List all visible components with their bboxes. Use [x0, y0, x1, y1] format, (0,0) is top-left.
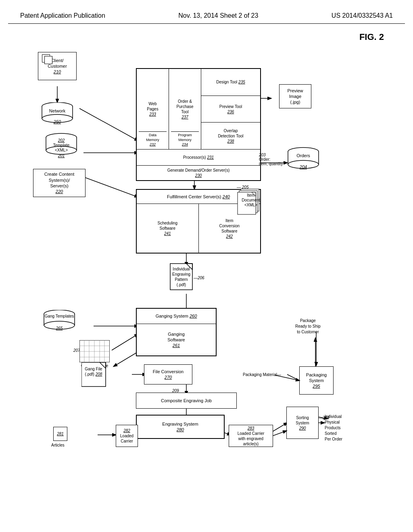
individual-physical-label: IndividualPhysicalProductsSortedPer Orde…: [325, 414, 342, 442]
loaded-carrier-label: LoadedCarrier: [120, 433, 133, 444]
file-conversion-ref: 270: [165, 374, 172, 380]
template-cylinder: 202Template<XML> 201: [45, 133, 77, 158]
engraving-system-box: Engraving System 280: [136, 415, 225, 439]
web-pages-label: WebPages: [147, 101, 158, 112]
template-ref: 201: [45, 154, 77, 158]
svg-rect-52: [79, 340, 110, 362]
gang-templates-ref: 265: [43, 326, 75, 330]
gang-templates-cylinder: Gang Templates 265: [43, 310, 75, 334]
scheduling-sw-label: SchedulingSoftware: [158, 220, 177, 231]
design-tool-label: Design Tool 235: [216, 79, 245, 85]
item-document-ref: — 205: [237, 185, 248, 189]
articles-ref-label: 281: [57, 431, 64, 436]
web-pages-ref: 233: [149, 112, 156, 117]
engraving-system-ref: 280: [177, 427, 184, 432]
orders-label: Orders: [287, 153, 319, 158]
main-server-box: WebPages 233 DataMemory 232 Order &Purch…: [136, 68, 261, 181]
generate-demand-box: Generate Demand/Order Server(s) 230: [137, 166, 260, 180]
composite-job-box: Composite Engraving Job: [136, 393, 237, 409]
gang-file-box: Gang File(.pdf) 208: [81, 362, 112, 390]
sorting-system-box: SortingSystem 290: [286, 407, 319, 439]
header-center: Nov. 13, 2014 Sheet 2 of 23: [178, 12, 258, 19]
loaded-carrier-box: 282 LoadedCarrier: [116, 425, 138, 447]
gang-template-grid: Gang Template: [79, 340, 110, 364]
program-memory-ref: 234: [171, 142, 199, 147]
data-memory-ref: 232: [139, 142, 167, 147]
client-icon2: [44, 56, 52, 64]
orders-ref: 204: [287, 164, 319, 169]
sorting-system-ref: 290: [299, 426, 306, 431]
individual-engraving-box: IndividualEngravingPattern(.pdf) —206: [168, 262, 204, 293]
individual-engraving-ref: —206: [194, 276, 204, 280]
packaging-system-box: PackagingSystem 295: [299, 366, 334, 395]
header-left: Patent Application Publication: [20, 12, 105, 19]
individual-engraving-label: IndividualEngravingPattern(.pdf): [170, 266, 192, 287]
template-label: 202Template<XML>: [45, 138, 77, 153]
conversion-sw-label: ItemConversionSoftware: [219, 218, 240, 234]
design-tool-box: Design Tool 235: [201, 69, 260, 96]
create-content-box: Create ContentSystem(s)/Server(s) 220: [33, 169, 86, 197]
overlap-detection-ref: 238: [227, 139, 234, 144]
composite-job-label: Composite Engraving Job: [161, 398, 212, 403]
loaded-carrier-ref: 282: [123, 428, 130, 433]
package-ready-label: PackageReady to Shipto Customer: [295, 318, 321, 335]
generate-demand-label: Generate Demand/Order Server(s): [167, 168, 230, 173]
order-purchase-label: Order &PurchaseTool: [176, 99, 193, 114]
packaging-system-ref: 295: [313, 383, 320, 389]
gang-templates-label: Gang Templates: [43, 314, 75, 318]
loaded-carrier2-ref: 283: [248, 426, 254, 431]
ganging-system-box: Ganging System 260 GangingSoftware 261: [136, 308, 217, 356]
svg-line-6: [83, 177, 138, 197]
order-label: 203 Order:item, quantity: [259, 153, 283, 166]
page-header: Patent Application Publication Nov. 13, …: [8, 8, 405, 24]
conversion-sw-ref: 242: [226, 234, 233, 239]
client-ref: 210: [54, 69, 61, 75]
program-memory-label: ProgramMemory: [171, 132, 199, 142]
processors-box: Processor(s) 231: [137, 150, 260, 166]
svg-line-65: [273, 431, 286, 436]
svg-line-1: [79, 108, 138, 141]
data-memory-label: DataMemory: [139, 132, 167, 142]
ganging-sw-ref: 261: [173, 343, 180, 348]
loaded-carrier2-box: 283 Loaded Carrierwith engraved article(…: [229, 425, 273, 447]
create-content-ref: 220: [56, 189, 63, 194]
ganging-sw-label: GangingSoftware: [167, 331, 185, 343]
generate-demand-ref: 230: [195, 173, 202, 178]
ganging-system-label: Ganging System 260: [156, 313, 197, 319]
preview-tool-box: Preview Tool 236: [201, 96, 260, 123]
web-pages-box: WebPages 233 DataMemory 232: [137, 69, 169, 149]
scheduling-sw-ref: 241: [164, 231, 171, 236]
network-ref: 250: [41, 119, 73, 124]
articles-box: 281: [53, 427, 67, 441]
order-purchase-box: Order &PurchaseTool 237 ProgramMemory 23…: [169, 69, 201, 149]
page: Patent Application Publication Nov. 13, …: [0, 0, 413, 532]
orders-cylinder: Orders 204: [287, 147, 319, 172]
ganging-sw-box: GangingSoftware 261: [137, 324, 216, 355]
item-document-stack: ItemDocument<XML> — 205: [237, 187, 265, 217]
preview-tool-ref: 236: [227, 109, 234, 114]
overlap-detection-box: OverlapDetection Tool 238: [201, 123, 260, 149]
network-label: Network: [41, 108, 73, 113]
scheduling-sw-box: SchedulingSoftware 241: [137, 204, 199, 253]
packaging-system-label: PackagingSystem: [306, 372, 327, 384]
fulfillment-label: Fulfillment Center Server(s) 240: [167, 194, 230, 200]
engraving-system-label: Engraving System: [162, 421, 198, 427]
svg-line-13: [112, 334, 138, 350]
network-cylinder: Network 250: [41, 102, 73, 126]
preview-image-label: PreviewImage(.jpg): [287, 88, 303, 105]
ganging-system-header: Ganging System 260: [137, 309, 216, 324]
preview-tool-label: Preview Tool: [219, 104, 242, 109]
sorting-system-label: SortingSystem: [296, 415, 309, 426]
processors-label: Processor(s) 231: [183, 155, 214, 160]
header-right: US 2014/0332543 A1: [332, 12, 393, 19]
preview-image-box: PreviewImage(.jpg): [279, 84, 311, 108]
item-document-label: ItemDocument<XML>: [238, 193, 264, 208]
diagram-area: FIG. 2: [13, 28, 400, 524]
file-conversion-label: File Conversion: [153, 369, 184, 374]
gang-file-label: Gang File(.pdf) 208: [81, 366, 106, 377]
loaded-carrier2-label: Loaded Carrierwith engraved article(s): [231, 431, 271, 447]
packaging-material-label: Packaging Material—: [243, 372, 281, 377]
order-purchase-ref: 237: [181, 114, 188, 120]
figure-label: FIG. 2: [359, 32, 384, 42]
order-ref: 203: [259, 153, 266, 157]
